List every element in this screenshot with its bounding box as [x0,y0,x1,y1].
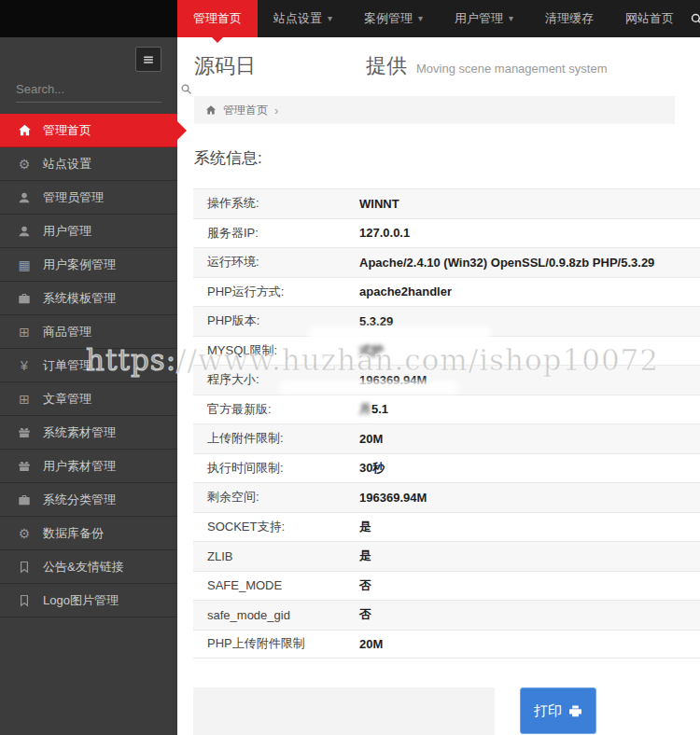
sidebar-item-database-backup[interactable]: ⚙ 数据库备份 [0,517,177,550]
table-row: 剩余空间: 196369.94M [193,482,700,512]
page-title-suffix: 提供 [366,52,407,80]
info-label: SOCKET支持: [193,519,359,535]
search-icon [690,12,700,26]
chevron-down-icon: ▾ [418,14,423,23]
print-button-label: 打印 [534,702,562,720]
chevron-down-icon: ▾ [509,14,513,23]
sidebar-item-label: 系统分类管理 [43,492,116,508]
table-icon: ▦ [17,258,32,271]
sidebar-item-user-case-management[interactable]: ▦ 用户案例管理 [0,248,177,282]
sidebar-toggle-button[interactable] [135,47,161,72]
top-nav-menu: 管理首页 站点设置 ▾ 案例管理 ▾ 用户管理 ▾ 清理缓存 网站首页 [177,0,700,37]
sidebar-item-announcement-links[interactable]: 公告&友情链接 [0,550,177,584]
info-label: 剩余空间: [193,489,359,506]
system-info-table: 操作系统: WINNT 服务器IP: 127.0.0.1 运行环境: Apach… [193,188,700,659]
info-label: PHP运行方式: [193,284,359,300]
table-row: 执行时间限制: 30秒 [193,453,700,483]
info-label: 操作系统: [193,195,359,212]
sidebar-item-label: 用户案例管理 [43,257,116,273]
sidebar-item-label: 公告&友情链接 [43,559,124,576]
printer-icon [568,704,582,718]
sidebar-search [16,80,161,103]
topnav-label: 网站首页 [625,10,674,27]
info-label: ZLIB [193,549,359,563]
info-label: PHP上传附件限制 [193,635,359,652]
breadcrumb-home-link[interactable]: 管理首页 [223,103,268,118]
cogs-icon: ⚙ [17,527,32,540]
gift-icon [17,460,32,473]
info-label: 运行环境: [193,254,359,270]
info-value: WINNT [359,197,399,211]
sidebar-item-logo-management[interactable]: Logo图片管理 [0,584,177,617]
info-value: 是 [359,519,371,535]
sidebar-item-label: 管理员管理 [43,189,104,206]
sidebar-item-label: 用户管理 [43,223,91,240]
info-label: SAFE_MODE [193,578,359,592]
sidebar-item-product-management[interactable]: ⊞ 商品管理 [0,315,177,349]
topnav-item-admin-home[interactable]: 管理首页 [177,0,258,37]
top-navbar: 管理首页 站点设置 ▾ 案例管理 ▾ 用户管理 ▾ 清理缓存 网站首页 [0,0,700,37]
info-label: PHP版本: [193,312,359,329]
cogs-icon: ⚙ [17,158,32,171]
topnav-label: 站点设置 [273,10,322,27]
sidebar-item-user-management[interactable]: 用户管理 [0,215,177,248]
home-icon [17,123,32,137]
page-subtitle: Moving scene management system [416,62,607,76]
sidebar-item-site-settings[interactable]: ⚙ 站点设置 [0,147,177,181]
sidebar-search-input[interactable] [16,80,180,98]
page-title: 源码日 提供 Moving scene management system [194,52,607,80]
topnav-item-clear-cache[interactable]: 清理缓存 [529,0,609,37]
briefcase-icon [17,493,32,506]
info-label: 官方最新版: [193,401,359,418]
home-icon [205,104,217,116]
info-value: 否 [359,577,371,594]
info-value-text: 5.1 [371,402,388,416]
topnav-item-site-home[interactable]: 网站首页 [609,0,690,37]
hamburger-icon [142,53,155,66]
censored-fragment: 月 [359,402,371,416]
sidebar-item-system-material[interactable]: 系统素材管理 [0,416,177,450]
navbar-search-button[interactable] [690,0,700,37]
user-icon [17,225,32,238]
topnav-item-site-settings[interactable]: 站点设置 ▾ [258,0,348,37]
plus-square-icon: ⊞ [17,326,32,339]
topnav-item-case-management[interactable]: 案例管理 ▾ [348,0,439,37]
topnav-item-user-management[interactable]: 用户管理 ▾ [439,0,529,37]
info-value: 196369.94M [359,491,427,505]
sidebar-item-order-management[interactable]: ¥ 订单管理 [0,349,177,382]
info-label: safe_mode_gid [193,608,359,622]
info-value: 127.0.0.1 [359,226,410,240]
sidebar-item-label: 用户素材管理 [43,458,116,475]
table-row: 服务器IP: 127.0.0.1 [193,218,700,248]
sidebar-item-user-material[interactable]: 用户素材管理 [0,450,177,483]
info-value: Apache/2.4.10 (Win32) OpenSSL/0.9.8zb PH… [359,256,654,270]
table-row: safe_mode_gid 否 [193,600,700,630]
chevron-down-icon: ▾ [328,14,332,23]
table-row: SOCKET支持: 是 [193,512,700,542]
sidebar-menu: 管理首页 ⚙ 站点设置 管理员管理 用户管理 ▦ 用户案例管理 系统模板管理 ⊞… [0,114,177,617]
sidebar-item-admin-home[interactable]: 管理首页 [0,114,177,147]
plus-square-icon: ⊞ [17,393,32,406]
sidebar-item-label: 数据库备份 [43,525,104,542]
sidebar: 管理首页 ⚙ 站点设置 管理员管理 用户管理 ▦ 用户案例管理 系统模板管理 ⊞… [0,37,177,735]
sidebar-item-label: 订单管理 [43,357,91,374]
table-row: PHP版本: 5.3.29 [193,306,700,336]
user-icon [17,191,32,204]
sidebar-item-label: 系统素材管理 [43,424,116,441]
sidebar-item-article-management[interactable]: ⊞ 文章管理 [0,382,177,416]
chevron-right-icon: › [274,104,278,118]
table-row: 上传附件限制: 20M [193,423,700,453]
sidebar-item-admin-management[interactable]: 管理员管理 [0,181,177,215]
footer-panel [193,687,495,735]
sidebar-item-category-management[interactable]: 系统分类管理 [0,483,177,517]
bookmark-icon [17,594,32,607]
search-icon[interactable] [180,83,192,95]
info-value: 否 [359,606,371,623]
gift-icon [17,426,32,439]
info-label: 执行时间限制: [193,460,359,477]
topnav-label: 清理缓存 [545,10,594,27]
table-row: PHP运行方式: apache2handler [193,277,700,307]
table-row: MYSQL限制: 式护 [193,336,700,366]
sidebar-item-template-management[interactable]: 系统模板管理 [0,282,177,315]
print-button[interactable]: 打印 [520,687,596,734]
